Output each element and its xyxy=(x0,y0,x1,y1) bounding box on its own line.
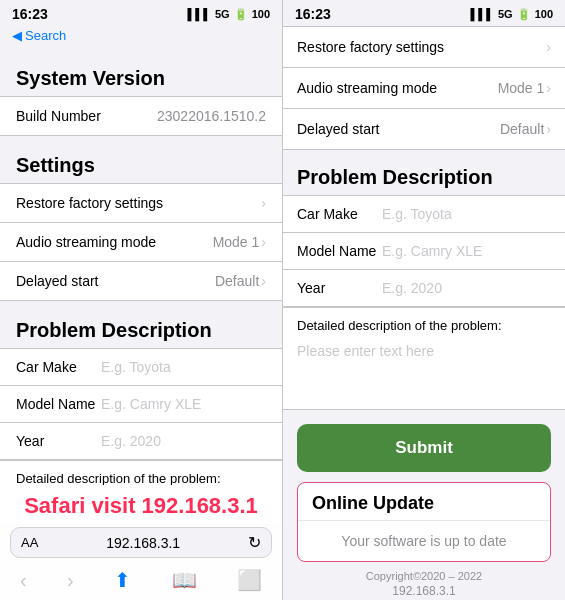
right-car-make-input[interactable]: E.g. Toyota xyxy=(382,206,452,222)
footer-ip: 192.168.3.1 xyxy=(297,584,551,598)
model-name-input[interactable]: E.g. Camry XLE xyxy=(101,396,201,412)
submit-button[interactable]: Submit xyxy=(297,424,551,472)
audio-chevron-icon: › xyxy=(261,234,266,250)
right-model-name-label: Model Name xyxy=(297,243,382,259)
right-audio-streaming-item[interactable]: Audio streaming mode Mode 1 › xyxy=(283,68,565,109)
model-name-label: Model Name xyxy=(16,396,101,412)
copyright-text: Copyright©2020 – 2022 xyxy=(297,570,551,582)
right-status-icons: ▌▌▌ 5G 🔋 100 xyxy=(471,8,553,21)
back-label: Search xyxy=(25,28,66,43)
safari-forward-icon[interactable]: › xyxy=(67,569,74,592)
problem-section-header: Problem Description xyxy=(0,301,282,348)
right-problem-header: Problem Description xyxy=(283,150,565,195)
right-battery-value: 100 xyxy=(535,8,553,20)
delayed-start-value: Default › xyxy=(215,273,266,289)
year-input[interactable]: E.g. 2020 xyxy=(101,433,161,449)
signal-icon: ▌▌▌ xyxy=(188,8,211,20)
safari-reload-icon[interactable]: ↻ xyxy=(248,533,261,552)
left-time: 16:23 xyxy=(12,6,48,22)
restore-chevron-icon: › xyxy=(261,195,266,211)
restore-factory-item[interactable]: Restore factory settings › xyxy=(0,184,282,223)
right-audio-label: Audio streaming mode xyxy=(297,80,437,96)
safari-back-icon[interactable]: ‹ xyxy=(20,569,27,592)
model-name-row[interactable]: Model Name E.g. Camry XLE xyxy=(0,386,282,423)
right-footer: Copyright©2020 – 2022 192.168.3.1 xyxy=(283,562,565,600)
right-audio-chevron-icon: › xyxy=(546,80,551,96)
right-status-bar: 16:23 ▌▌▌ 5G 🔋 100 xyxy=(283,0,565,26)
right-problem-group: Car Make E.g. Toyota Model Name E.g. Cam… xyxy=(283,195,565,410)
right-battery-label: 🔋 xyxy=(517,8,531,21)
right-model-name-row[interactable]: Model Name E.g. Camry XLE xyxy=(283,233,565,270)
safari-tabs-icon[interactable]: ⬜ xyxy=(237,568,262,592)
right-detail-label: Detailed description of the problem: xyxy=(283,307,565,337)
right-year-input[interactable]: E.g. 2020 xyxy=(382,280,442,296)
car-make-row[interactable]: Car Make E.g. Toyota xyxy=(0,349,282,386)
right-restore-factory-item[interactable]: Restore factory settings › xyxy=(283,27,565,68)
back-icon: ◀ xyxy=(12,28,22,43)
right-panel: 16:23 ▌▌▌ 5G 🔋 100 Restore factory setti… xyxy=(282,0,565,600)
right-car-make-row[interactable]: Car Make E.g. Toyota xyxy=(283,196,565,233)
build-label: Build Number xyxy=(16,108,101,124)
audio-streaming-item[interactable]: Audio streaming mode Mode 1 › xyxy=(0,223,282,262)
system-version-header: System Version xyxy=(0,49,282,96)
safari-share-icon[interactable]: ⬆ xyxy=(114,568,131,592)
audio-streaming-value: Mode 1 › xyxy=(213,234,266,250)
left-panel: 16:23 ▌▌▌ 5G 🔋 100 ◀ Search System Versi… xyxy=(0,0,282,600)
battery-value: 100 xyxy=(252,8,270,20)
battery-label: 🔋 xyxy=(234,8,248,21)
problem-group: Car Make E.g. Toyota Model Name E.g. Cam… xyxy=(0,348,282,460)
build-number-row: Build Number 23022016.1510.2 xyxy=(0,96,282,136)
right-audio-value: Mode 1 › xyxy=(498,80,551,96)
year-row[interactable]: Year E.g. 2020 xyxy=(0,423,282,459)
right-network-label: 5G xyxy=(498,8,513,20)
right-delayed-label: Delayed start xyxy=(297,121,379,137)
right-delayed-chevron-icon: › xyxy=(546,121,551,137)
build-value: 23022016.1510.2 xyxy=(157,108,266,124)
right-time: 16:23 xyxy=(295,6,331,22)
left-status-icons: ▌▌▌ 5G 🔋 100 xyxy=(188,8,270,21)
network-label: 5G xyxy=(215,8,230,20)
right-signal-icon: ▌▌▌ xyxy=(471,8,494,20)
right-year-row[interactable]: Year E.g. 2020 xyxy=(283,270,565,307)
delayed-start-label: Delayed start xyxy=(16,273,98,289)
back-nav[interactable]: ◀ Search xyxy=(0,26,282,49)
safari-bookmarks-icon[interactable]: 📖 xyxy=(172,568,197,592)
online-update-status: Your software is up to date xyxy=(298,521,550,561)
right-restore-label: Restore factory settings xyxy=(297,39,444,55)
right-car-make-label: Car Make xyxy=(297,206,382,222)
right-restore-chevron-icon: › xyxy=(546,39,551,55)
safari-aa-label: AA xyxy=(21,535,38,550)
right-delayed-value: Default › xyxy=(500,121,551,137)
settings-list: Restore factory settings › Audio streami… xyxy=(0,183,282,301)
car-make-input[interactable]: E.g. Toyota xyxy=(101,359,171,375)
right-year-label: Year xyxy=(297,280,382,296)
safari-visit-text: Safari visit 192.168.3.1 xyxy=(0,485,282,523)
safari-address-bar[interactable]: AA 192.168.3.1 ↻ xyxy=(10,527,272,558)
online-update-section: Online Update Your software is up to dat… xyxy=(297,482,551,562)
year-label: Year xyxy=(16,433,101,449)
right-text-area[interactable]: Please enter text here xyxy=(283,337,565,410)
delayed-chevron-icon: › xyxy=(261,273,266,289)
safari-nav-bar: ‹ › ⬆ 📖 ⬜ xyxy=(0,562,282,600)
right-menu-list: Restore factory settings › Audio streami… xyxy=(283,26,565,150)
safari-overlay: Safari visit 192.168.3.1 AA 192.168.3.1 … xyxy=(0,485,282,600)
restore-factory-label: Restore factory settings xyxy=(16,195,163,211)
right-model-name-input[interactable]: E.g. Camry XLE xyxy=(382,243,482,259)
left-status-bar: 16:23 ▌▌▌ 5G 🔋 100 xyxy=(0,0,282,26)
delayed-start-item[interactable]: Delayed start Default › xyxy=(0,262,282,300)
safari-url-input[interactable]: 192.168.3.1 xyxy=(46,535,240,551)
audio-streaming-label: Audio streaming mode xyxy=(16,234,156,250)
online-update-title: Online Update xyxy=(298,483,550,521)
settings-header: Settings xyxy=(0,136,282,183)
car-make-label: Car Make xyxy=(16,359,101,375)
right-delayed-start-item[interactable]: Delayed start Default › xyxy=(283,109,565,149)
